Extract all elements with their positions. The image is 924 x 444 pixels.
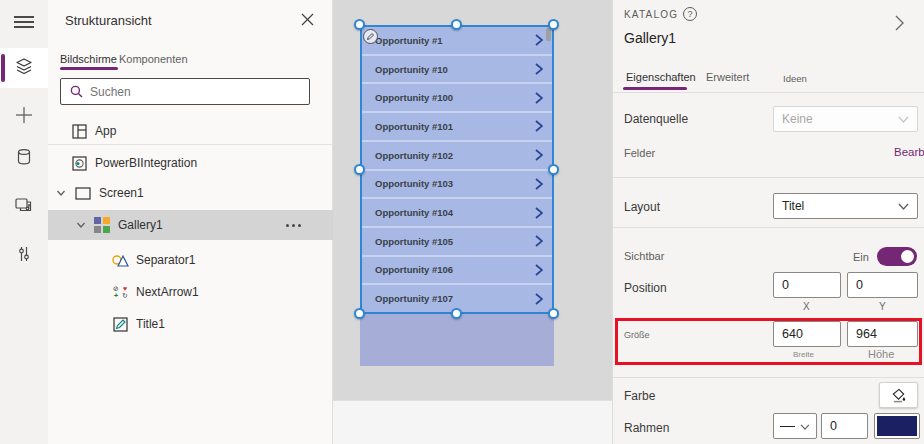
- chevron-right-icon[interactable]: [535, 235, 543, 247]
- size-label: Größe: [624, 330, 650, 340]
- help-icon[interactable]: ?: [683, 7, 697, 21]
- powerbi-icon: [71, 155, 88, 172]
- tab-bildschirme[interactable]: Bildschirme: [60, 53, 117, 65]
- resize-handle-bottom-left[interactable]: [354, 308, 365, 319]
- datasource-label: Datenquelle: [624, 112, 688, 126]
- chevron-right-icon[interactable]: [535, 149, 543, 161]
- tree-item-separator1[interactable]: Separator1: [48, 246, 333, 274]
- search-icon: [61, 85, 90, 98]
- search-box[interactable]: [60, 78, 310, 105]
- chevron-down-icon: [800, 419, 810, 433]
- border-color-swatch[interactable]: [874, 413, 920, 439]
- gallery-row[interactable]: Opportunity #100: [362, 84, 552, 113]
- gallery-scrollbar[interactable]: [546, 28, 551, 41]
- canvas-zoom-bar: 30: [333, 400, 612, 444]
- resize-handle-top-center[interactable]: [451, 19, 462, 30]
- position-y-input[interactable]: [847, 272, 918, 298]
- tab-erweitert[interactable]: Erweitert: [706, 71, 749, 83]
- sliders-icon: [15, 245, 33, 267]
- chevron-down-icon[interactable]: [76, 220, 86, 230]
- chevron-right-icon[interactable]: [535, 178, 543, 190]
- chevron-down-icon: [898, 112, 909, 126]
- pencil-icon: [366, 32, 375, 41]
- layout-dropdown[interactable]: Titel: [773, 193, 918, 219]
- design-canvas[interactable]: Opportunity #1 Opportunity #10 Opportuni…: [333, 0, 612, 444]
- screen-icon: [74, 185, 91, 202]
- y-axis-label: Y: [879, 301, 886, 312]
- gallery-row[interactable]: Opportunity #1: [362, 27, 552, 56]
- tab-komponenten[interactable]: Komponenten: [119, 53, 188, 65]
- gallery-row-title: Opportunity #100: [375, 92, 453, 103]
- resize-handle-mid-right[interactable]: [548, 164, 559, 175]
- edit-fields-link[interactable]: Bearbeiten: [894, 146, 924, 158]
- gallery-row-title: Opportunity #106: [375, 264, 453, 275]
- tree-item-label: Separator1: [136, 253, 195, 267]
- divider: [613, 177, 924, 178]
- collapse-panel-button[interactable]: [891, 12, 907, 38]
- help-glyph: ?: [687, 9, 692, 19]
- gallery-row-title: Opportunity #103: [375, 178, 453, 189]
- gallery-row[interactable]: Opportunity #106: [362, 257, 552, 286]
- color-label: Farbe: [624, 389, 655, 403]
- active-tab-underline: [60, 67, 118, 70]
- gallery-row[interactable]: Opportunity #102: [362, 142, 552, 171]
- toggle-state-label: Ein: [853, 251, 869, 263]
- tree-item-app[interactable]: App: [48, 117, 333, 145]
- position-x-input[interactable]: [773, 272, 841, 298]
- resize-handle-mid-left[interactable]: [354, 164, 365, 175]
- resize-handle-bottom-center[interactable]: [451, 308, 462, 319]
- datasource-dropdown[interactable]: Keine: [773, 106, 918, 132]
- more-options-icon[interactable]: [286, 210, 301, 240]
- tab-eigenschaften[interactable]: Eigenschaften: [626, 71, 696, 83]
- chevron-down-icon[interactable]: [56, 188, 66, 198]
- border-width-input[interactable]: [821, 413, 868, 439]
- tab-ideen[interactable]: Ideen: [783, 73, 807, 84]
- chevron-right-icon[interactable]: [535, 120, 543, 132]
- hamburger-menu-icon[interactable]: [0, 2, 48, 42]
- visible-toggle[interactable]: [877, 247, 917, 266]
- gallery-row[interactable]: Opportunity #101: [362, 113, 552, 142]
- tree-item-title1[interactable]: Title1: [48, 310, 333, 338]
- chevron-right-icon[interactable]: [535, 92, 543, 104]
- chevron-right-icon[interactable]: [535, 293, 543, 305]
- resize-handle-bottom-right[interactable]: [548, 308, 559, 319]
- tree-item-gallery1[interactable]: Gallery1: [48, 210, 333, 240]
- media-nav-button[interactable]: [0, 187, 48, 227]
- layout-value: Titel: [782, 199, 804, 213]
- gallery-row[interactable]: Opportunity #104: [362, 199, 552, 228]
- gallery-row[interactable]: Opportunity #10: [362, 56, 552, 85]
- close-panel-button[interactable]: [296, 10, 318, 32]
- gallery1-control[interactable]: Opportunity #1 Opportunity #10 Opportuni…: [360, 25, 554, 314]
- tree-item-label: NextArrow1: [136, 285, 199, 299]
- tree-item-label: PowerBIIntegration: [95, 156, 197, 170]
- height-axis-label: Höhe: [868, 348, 894, 360]
- tree-view-nav-button[interactable]: [0, 48, 48, 88]
- gallery-row[interactable]: Opportunity #105: [362, 228, 552, 257]
- tree-item-screen1[interactable]: Screen1: [48, 179, 333, 207]
- gallery-row-title: Opportunity #104: [375, 207, 453, 218]
- fill-color-button[interactable]: [879, 382, 918, 408]
- visible-label: Sichtbar: [624, 250, 664, 262]
- edit-pencil-badge[interactable]: [363, 29, 378, 44]
- structure-view-panel: Strukturansicht Bildschirme Komponenten …: [48, 0, 333, 444]
- width-input[interactable]: [773, 321, 841, 347]
- insert-nav-button[interactable]: [0, 97, 48, 137]
- search-input[interactable]: [90, 85, 280, 99]
- tree-item-label: Screen1: [99, 186, 144, 200]
- tree-item-powerbiintegration[interactable]: PowerBIIntegration: [48, 149, 333, 177]
- chevron-right-icon: [891, 12, 907, 34]
- gallery-row[interactable]: Opportunity #103: [362, 171, 552, 200]
- chevron-right-icon[interactable]: [535, 34, 543, 46]
- resize-handle-top-left[interactable]: [354, 19, 365, 30]
- chevron-right-icon[interactable]: [535, 264, 543, 276]
- height-input[interactable]: [847, 321, 918, 347]
- border-style-dropdown[interactable]: [773, 413, 817, 439]
- resize-handle-top-right[interactable]: [548, 19, 559, 30]
- close-icon: [301, 12, 314, 30]
- tree-item-nextarrow1[interactable]: ⊘♥ +↻ NextArrow1: [48, 278, 333, 306]
- data-nav-button[interactable]: [0, 139, 48, 179]
- settings-nav-button[interactable]: [0, 236, 48, 276]
- chevron-right-icon[interactable]: [535, 63, 543, 75]
- chevron-right-icon[interactable]: [535, 207, 543, 219]
- tree-item-label: Gallery1: [118, 218, 163, 232]
